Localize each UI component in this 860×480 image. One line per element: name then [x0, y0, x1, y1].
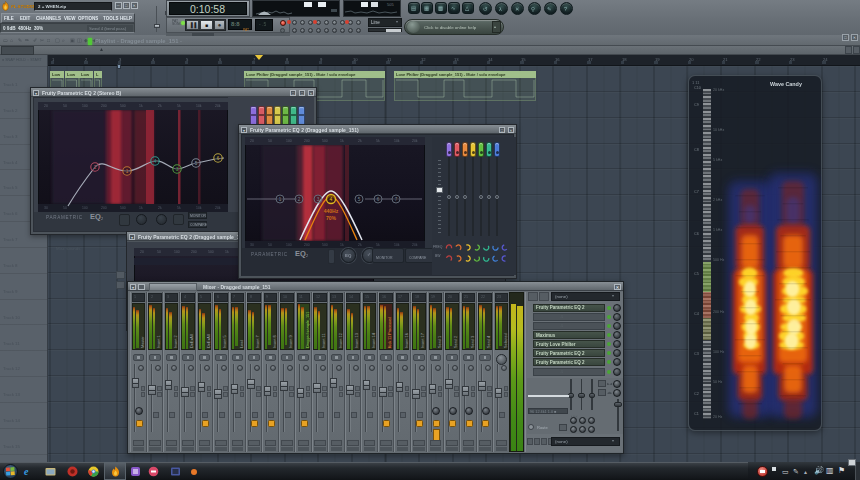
svg-text:2: 2: [298, 197, 301, 202]
svg-text:7: 7: [395, 197, 398, 202]
svg-text:e: e: [24, 466, 29, 477]
svg-text:5: 5: [358, 197, 361, 202]
svg-text:6: 6: [377, 197, 380, 202]
svg-text:70%: 70%: [326, 215, 337, 221]
svg-text:3: 3: [317, 197, 320, 202]
svg-text:1: 1: [279, 197, 282, 202]
svg-text:440Hz: 440Hz: [324, 208, 339, 214]
svg-text:4: 4: [330, 196, 333, 202]
